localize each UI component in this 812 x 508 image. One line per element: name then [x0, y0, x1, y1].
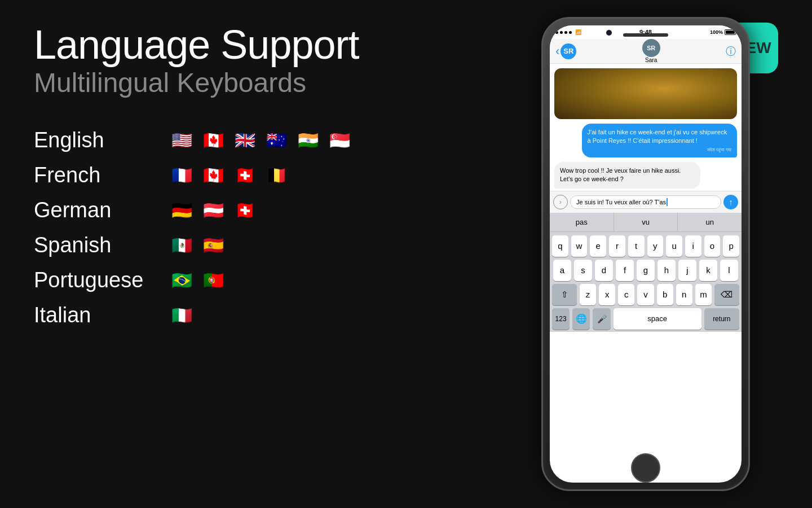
- back-button[interactable]: ‹ SR: [555, 43, 576, 59]
- key-i[interactable]: i: [685, 235, 701, 257]
- keyboard-row-1: qwertyuiop: [552, 235, 739, 257]
- key-x[interactable]: x: [599, 284, 615, 305]
- language-item-italian: Italian🇮🇹: [34, 301, 395, 329]
- key-e[interactable]: e: [590, 235, 606, 257]
- key-w[interactable]: w: [571, 235, 588, 257]
- language-item-portuguese: Portuguese🇧🇷🇵🇹: [34, 266, 395, 294]
- globe-key[interactable]: 🌐: [572, 308, 590, 330]
- key-r[interactable]: r: [609, 235, 625, 257]
- expand-button[interactable]: ›: [553, 195, 568, 209]
- keyboard: qwertyuiop asdfghjkl ⇧zxcvbnm⌫ 123 🌐 🎤 s…: [550, 232, 742, 332]
- key-t[interactable]: t: [628, 235, 645, 257]
- main-title: Language Support: [34, 23, 395, 67]
- flag-icon: 🇬🇧: [231, 126, 258, 154]
- flags-english: 🇺🇸🇨🇦🇬🇧🇦🇺🇮🇳🇸🇬: [168, 126, 353, 154]
- flag-icon: 🇩🇪: [168, 196, 195, 224]
- key-k[interactable]: k: [699, 260, 717, 281]
- signal-dots: 📶: [555, 29, 581, 35]
- autocomplete-item-2[interactable]: vu: [614, 213, 678, 231]
- flag-icon: 🇨🇭: [231, 196, 258, 224]
- key-g[interactable]: g: [637, 260, 655, 281]
- language-name-spanish: Spanish: [34, 233, 158, 257]
- flag-icon: 🇨🇭: [231, 161, 258, 189]
- message-received: Wow trop cool !! Je veux faire un hike a…: [554, 162, 700, 189]
- flag-icon: 🇫🇷: [168, 161, 195, 189]
- key-m[interactable]: m: [695, 284, 712, 305]
- key-c[interactable]: c: [618, 284, 634, 305]
- autocomplete-item-3[interactable]: un: [678, 213, 742, 231]
- back-arrow-icon: ‹: [555, 44, 559, 59]
- info-icon[interactable]: ⓘ: [726, 45, 736, 58]
- key-u[interactable]: u: [666, 235, 682, 257]
- key-d[interactable]: d: [595, 260, 613, 281]
- flag-icon: 🇸🇬: [326, 126, 353, 154]
- key-n[interactable]: n: [676, 284, 692, 305]
- language-item-french: French🇫🇷🇨🇦🇨🇭🇧🇪: [34, 161, 395, 189]
- language-name-english: English: [34, 128, 158, 152]
- send-button[interactable]: ↑: [723, 195, 738, 209]
- key-j[interactable]: j: [678, 260, 696, 281]
- flag-icon: 🇧🇪: [263, 161, 290, 189]
- flags-french: 🇫🇷🇨🇦🇨🇭🇧🇪: [168, 161, 290, 189]
- key-v[interactable]: v: [637, 284, 654, 305]
- language-name-portuguese: Portuguese: [34, 268, 158, 292]
- flag-icon: 🇪🇸: [200, 231, 227, 259]
- status-right: 100%: [710, 29, 736, 35]
- language-item-english: English🇺🇸🇨🇦🇬🇧🇦🇺🇮🇳🇸🇬: [34, 126, 395, 154]
- flag-icon: 🇧🇷: [168, 266, 195, 294]
- phone-screen: 📶 9:48 100% ‹ SR SR Sara ⓘ: [550, 25, 742, 483]
- keyboard-row-3: ⇧zxcvbnm⌫: [552, 284, 739, 305]
- messages-area: J'ai fait un hike ce week-end et j'ai vu…: [550, 64, 742, 191]
- num-key[interactable]: 123: [552, 308, 570, 330]
- language-name-italian: Italian: [34, 303, 158, 327]
- flags-german: 🇩🇪🇦🇹🇨🇭: [168, 196, 258, 224]
- flags-italian: 🇮🇹: [168, 301, 195, 329]
- keyboard-row-2: asdfghjkl: [552, 260, 739, 281]
- flags-portuguese: 🇧🇷🇵🇹: [168, 266, 227, 294]
- key-b[interactable]: b: [657, 284, 673, 305]
- shift-key[interactable]: ⇧: [552, 284, 577, 305]
- nav-back-circle: SR: [561, 43, 576, 59]
- return-key[interactable]: return: [704, 308, 739, 330]
- flag-icon: 🇨🇦: [200, 161, 227, 189]
- key-a[interactable]: a: [553, 260, 571, 281]
- key-q[interactable]: q: [552, 235, 568, 257]
- phone-wrapper: 📶 9:48 100% ‹ SR SR Sara ⓘ: [541, 17, 750, 491]
- nav-center: SR Sara: [642, 39, 660, 63]
- keyboard-bottom-row: 123 🌐 🎤 space return: [552, 308, 739, 330]
- flag-icon: 🇲🇽: [168, 231, 195, 259]
- nav-bar: ‹ SR SR Sara ⓘ: [550, 39, 742, 64]
- key-f[interactable]: f: [616, 260, 634, 281]
- space-key[interactable]: space: [614, 308, 701, 330]
- flag-icon: 🇨🇦: [200, 126, 227, 154]
- key-z[interactable]: z: [580, 284, 596, 305]
- language-name-german: German: [34, 198, 158, 222]
- message-input[interactable]: Je suis in! Tu veux aller où? T'as: [570, 195, 721, 209]
- home-button[interactable]: [631, 453, 660, 483]
- left-panel: Language Support Multilingual Keyboards …: [34, 23, 395, 336]
- flag-icon: 🇦🇹: [200, 196, 227, 224]
- flag-icon: 🇺🇸: [168, 126, 195, 154]
- language-item-german: German🇩🇪🇦🇹🇨🇭: [34, 196, 395, 224]
- autocomplete-bar: pas vu un: [550, 213, 742, 232]
- phone-outer: 📶 9:48 100% ‹ SR SR Sara ⓘ: [541, 17, 750, 491]
- mic-key[interactable]: 🎤: [593, 308, 610, 330]
- key-y[interactable]: y: [647, 235, 664, 257]
- language-name-french: French: [34, 163, 158, 187]
- key-h[interactable]: h: [657, 260, 676, 281]
- message-image: [554, 68, 737, 119]
- delete-key[interactable]: ⌫: [714, 284, 739, 305]
- phone-speaker: [623, 33, 668, 37]
- flag-icon: 🇵🇹: [200, 266, 227, 294]
- key-s[interactable]: s: [574, 260, 592, 281]
- contact-name: Sara: [645, 57, 657, 63]
- language-item-spanish: Spanish🇲🇽🇪🇸: [34, 231, 395, 259]
- flag-icon: 🇮🇹: [168, 301, 195, 329]
- phone-camera: [606, 30, 612, 36]
- status-bar: 📶 9:48 100%: [550, 25, 742, 39]
- key-o[interactable]: o: [704, 235, 721, 257]
- autocomplete-item-1[interactable]: pas: [550, 213, 614, 231]
- key-l[interactable]: l: [720, 260, 738, 281]
- key-p[interactable]: p: [723, 235, 739, 257]
- contact-avatar: SR: [642, 39, 660, 57]
